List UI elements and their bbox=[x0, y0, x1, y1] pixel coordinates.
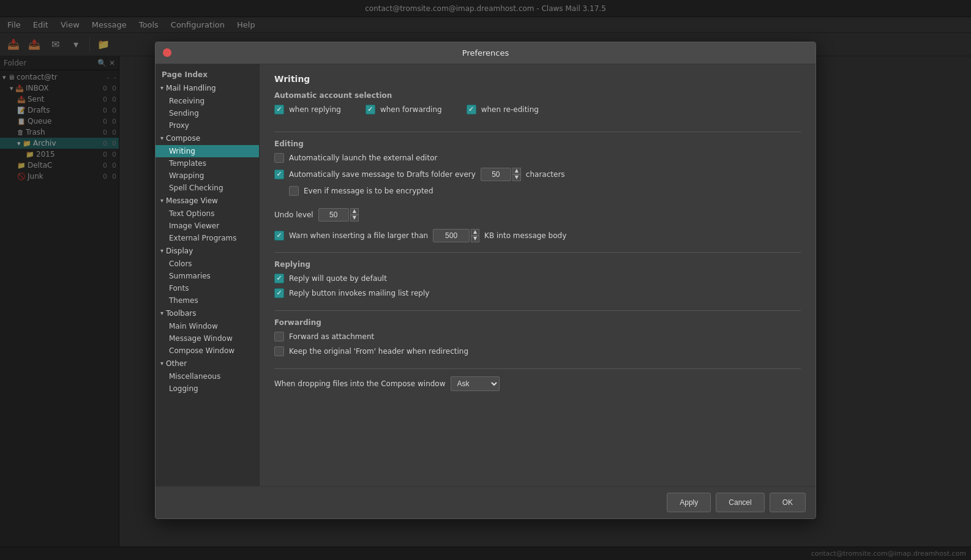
check-external-editor-label: Automatically launch the external editor bbox=[289, 154, 437, 162]
nav-item-message-window[interactable]: Message Window bbox=[156, 332, 259, 345]
check-when-replying[interactable] bbox=[274, 105, 284, 114]
dropping-files-select[interactable]: Ask Attach Insert bbox=[451, 376, 500, 391]
warn-file-row: Warn when inserting a file larger than 5… bbox=[274, 229, 801, 242]
auto-save-label: Automatically save message to Drafts fol… bbox=[289, 170, 476, 179]
auto-save-spin: 50 ▲ ▼ bbox=[481, 168, 521, 181]
nav-section-message-view[interactable]: ▾ Message View bbox=[156, 194, 259, 207]
check-warn-file[interactable] bbox=[274, 231, 284, 241]
nav-item-miscellaneous[interactable]: Miscellaneous bbox=[156, 370, 259, 383]
nav-item-summaries[interactable]: Summaries bbox=[156, 270, 259, 282]
divider-3 bbox=[274, 310, 801, 311]
page-index-panel: Page Index ▾ Mail Handling Receiving Sen… bbox=[156, 64, 260, 486]
undo-level-spin-up[interactable]: ▲ bbox=[350, 208, 359, 215]
check-external-editor[interactable] bbox=[274, 153, 284, 163]
auto-save-spin-field[interactable]: 50 bbox=[481, 168, 511, 181]
auto-account-label: Automatic account selection bbox=[274, 91, 801, 100]
dialog-body: Page Index ▾ Mail Handling Receiving Sen… bbox=[156, 64, 815, 486]
replying-section: Replying Reply will quote by default Rep… bbox=[274, 260, 801, 298]
check-forward-attachment-row: Forward as attachment bbox=[274, 332, 801, 342]
undo-level-spin-arrows: ▲ ▼ bbox=[350, 208, 359, 222]
dialog-titlebar: Preferences bbox=[156, 42, 815, 64]
nav-section-toolbars[interactable]: ▾ Toolbars bbox=[156, 307, 259, 320]
check-forward-attachment[interactable] bbox=[274, 332, 284, 342]
check-when-forwarding-label: when forwarding bbox=[380, 105, 442, 114]
content-panel: Writing Automatic account selection when… bbox=[260, 64, 815, 486]
nav-section-display[interactable]: ▾ Display bbox=[156, 244, 259, 258]
nav-arrow-mail-handling: ▾ bbox=[160, 84, 163, 91]
warn-file-spin: 500 ▲ ▼ bbox=[433, 229, 479, 242]
warn-file-suffix: KB into message body bbox=[484, 231, 566, 240]
warn-file-spin-down[interactable]: ▼ bbox=[471, 236, 479, 242]
cancel-button[interactable]: Cancel bbox=[716, 493, 764, 512]
check-mailing-list-label: Reply button invokes mailing list reply bbox=[289, 289, 429, 297]
nav-section-other[interactable]: ▾ Other bbox=[156, 357, 259, 370]
nav-item-main-window[interactable]: Main Window bbox=[156, 320, 259, 332]
nav-item-fonts[interactable]: Fonts bbox=[156, 282, 259, 294]
nav-section-mail-handling[interactable]: ▾ Mail Handling bbox=[156, 81, 259, 95]
check-auto-save[interactable] bbox=[274, 170, 284, 179]
check-keep-from[interactable] bbox=[274, 346, 284, 356]
check-mailing-list[interactable] bbox=[274, 288, 284, 298]
check-keep-from-label: Keep the original 'From' header when red… bbox=[289, 347, 468, 356]
auto-save-row: Automatically save message to Drafts fol… bbox=[274, 168, 801, 181]
nav-item-templates[interactable]: Templates bbox=[156, 157, 259, 170]
warn-file-spin-up[interactable]: ▲ bbox=[471, 229, 479, 236]
check-encrypted[interactable] bbox=[289, 186, 299, 196]
undo-level-spin-down[interactable]: ▼ bbox=[350, 215, 359, 222]
nav-item-text-options[interactable]: Text Options bbox=[156, 207, 259, 220]
warn-file-label: Warn when inserting a file larger than bbox=[289, 231, 428, 240]
nav-item-receiving[interactable]: Receiving bbox=[156, 95, 259, 107]
nav-item-logging[interactable]: Logging bbox=[156, 383, 259, 395]
nav-item-sending[interactable]: Sending bbox=[156, 107, 259, 119]
nav-section-compose[interactable]: ▾ Compose bbox=[156, 132, 259, 145]
check-when-reediting-row: when re-editing bbox=[467, 105, 539, 114]
check-mailing-list-row: Reply button invokes mailing list reply bbox=[274, 288, 801, 298]
check-forward-attachment-label: Forward as attachment bbox=[289, 332, 374, 341]
content-title: Writing bbox=[274, 74, 801, 84]
check-reply-quote-label: Reply will quote by default bbox=[289, 274, 387, 283]
undo-level-spin: 50 ▲ ▼ bbox=[318, 208, 359, 222]
nav-arrow-other: ▾ bbox=[160, 360, 163, 367]
check-reply-quote[interactable] bbox=[274, 274, 284, 283]
warn-file-spin-field[interactable]: 500 bbox=[433, 229, 470, 242]
check-when-reediting-label: when re-editing bbox=[481, 105, 539, 114]
dropping-files-label: When dropping files into the Compose win… bbox=[274, 379, 446, 388]
apply-button[interactable]: Apply bbox=[667, 493, 711, 512]
dialog-footer: Apply Cancel OK bbox=[156, 486, 815, 518]
nav-item-wrapping[interactable]: Wrapping bbox=[156, 170, 259, 182]
nav-item-proxy[interactable]: Proxy bbox=[156, 119, 259, 132]
dialog-overlay: Preferences Page Index ▾ Mail Handling R… bbox=[0, 0, 971, 560]
nav-item-external-programs[interactable]: External Programs bbox=[156, 232, 259, 244]
check-keep-from-row: Keep the original 'From' header when red… bbox=[274, 346, 801, 356]
check-external-editor-row: Automatically launch the external editor bbox=[274, 153, 801, 163]
check-encrypted-label: Even if message is to be encrypted bbox=[304, 187, 433, 195]
warn-file-spin-arrows: ▲ ▼ bbox=[471, 229, 479, 242]
nav-item-themes[interactable]: Themes bbox=[156, 294, 259, 307]
nav-arrow-compose: ▾ bbox=[160, 135, 163, 141]
nav-arrow-message-view: ▾ bbox=[160, 197, 163, 204]
nav-item-colors[interactable]: Colors bbox=[156, 258, 259, 270]
divider-2 bbox=[274, 252, 801, 253]
auto-save-spin-up[interactable]: ▲ bbox=[512, 168, 521, 174]
check-when-forwarding-row: when forwarding bbox=[366, 105, 442, 114]
ok-button[interactable]: OK bbox=[770, 493, 806, 512]
editing-section: Editing Automatically launch the externa… bbox=[274, 140, 801, 196]
check-reply-quote-row: Reply will quote by default bbox=[274, 274, 801, 283]
check-when-forwarding[interactable] bbox=[366, 105, 375, 114]
auto-account-section: Automatic account selection when replyin… bbox=[274, 91, 801, 119]
divider-1 bbox=[274, 132, 801, 132]
preferences-dialog: Preferences Page Index ▾ Mail Handling R… bbox=[155, 42, 816, 519]
replying-label: Replying bbox=[274, 260, 801, 269]
forwarding-section: Forwarding Forward as attachment Keep th… bbox=[274, 318, 801, 356]
auto-save-spin-down[interactable]: ▼ bbox=[512, 174, 521, 181]
nav-item-writing[interactable]: Writing bbox=[156, 145, 259, 157]
nav-item-spell-checking[interactable]: Spell Checking bbox=[156, 182, 259, 194]
undo-level-row: Undo level 50 ▲ ▼ bbox=[274, 208, 801, 222]
nav-item-compose-window[interactable]: Compose Window bbox=[156, 345, 259, 357]
check-encrypted-row: Even if message is to be encrypted bbox=[274, 186, 801, 196]
nav-item-image-viewer[interactable]: Image Viewer bbox=[156, 220, 259, 232]
auto-save-suffix: characters bbox=[526, 170, 565, 179]
dialog-close-button[interactable] bbox=[163, 48, 171, 57]
check-when-reediting[interactable] bbox=[467, 105, 476, 114]
undo-level-spin-field[interactable]: 50 bbox=[318, 208, 349, 222]
